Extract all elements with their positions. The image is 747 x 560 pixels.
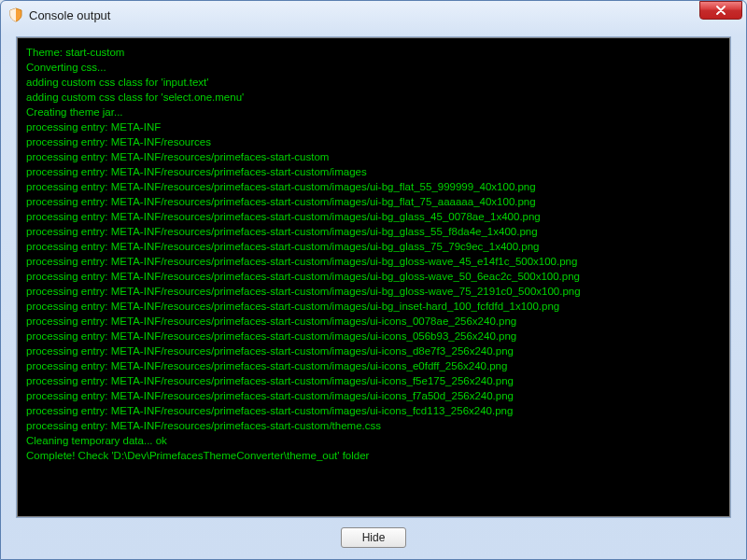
- console-line: processing entry: META-INF/resources/pri…: [26, 239, 721, 254]
- console-line: processing entry: META-INF/resources: [26, 134, 721, 149]
- console-line: processing entry: META-INF/resources/pri…: [26, 358, 721, 373]
- console-line: processing entry: META-INF/resources/pri…: [26, 403, 721, 418]
- console-line: processing entry: META-INF/resources/pri…: [26, 329, 721, 343]
- console-line: processing entry: META-INF/resources/pri…: [26, 269, 721, 284]
- console-line: processing entry: META-INF/resources/pri…: [26, 284, 721, 299]
- close-icon: [715, 6, 726, 15]
- console-line: processing entry: META-INF/resources/pri…: [26, 373, 721, 388]
- hide-button[interactable]: Hide: [341, 527, 406, 548]
- console-line: processing entry: META-INF/resources/pri…: [26, 418, 721, 433]
- console-line: processing entry: META-INF: [26, 119, 721, 134]
- console-line: processing entry: META-INF/resources/pri…: [26, 179, 721, 194]
- console-line: processing entry: META-INF/resources/pri…: [26, 209, 721, 224]
- console-line: processing entry: META-INF/resources/pri…: [26, 149, 721, 164]
- console-line: processing entry: META-INF/resources/pri…: [26, 343, 721, 358]
- titlebar[interactable]: Console output: [1, 1, 746, 29]
- console-line: adding custom css class for 'select.one.…: [26, 90, 721, 105]
- console-line: processing entry: META-INF/resources/pri…: [26, 388, 721, 403]
- close-button[interactable]: [699, 1, 742, 20]
- client-area: Theme: start-customConverting css...addi…: [1, 29, 746, 559]
- window-frame: Console output Theme: start-customConver…: [0, 0, 747, 560]
- console-line: Theme: start-custom: [26, 45, 721, 60]
- console-line: Converting css...: [26, 60, 721, 75]
- console-line: Cleaning temporary data... ok: [26, 433, 721, 448]
- console-line: Creating theme jar...: [26, 105, 721, 119]
- window-title: Console output: [29, 8, 699, 22]
- button-row: Hide: [16, 518, 731, 548]
- console-line: processing entry: META-INF/resources/pri…: [26, 194, 721, 209]
- console-line: processing entry: META-INF/resources/pri…: [26, 299, 721, 314]
- console-line: processing entry: META-INF/resources/pri…: [26, 254, 721, 269]
- console-line: processing entry: META-INF/resources/pri…: [26, 224, 721, 239]
- app-icon: [8, 7, 23, 22]
- console-line: Complete! Check 'D:\Dev\PrimefacesThemeC…: [26, 448, 721, 463]
- console-line: adding custom css class for 'input.text': [26, 75, 721, 90]
- console-output[interactable]: Theme: start-customConverting css...addi…: [16, 36, 731, 518]
- console-line: processing entry: META-INF/resources/pri…: [26, 164, 721, 179]
- console-line: processing entry: META-INF/resources/pri…: [26, 314, 721, 329]
